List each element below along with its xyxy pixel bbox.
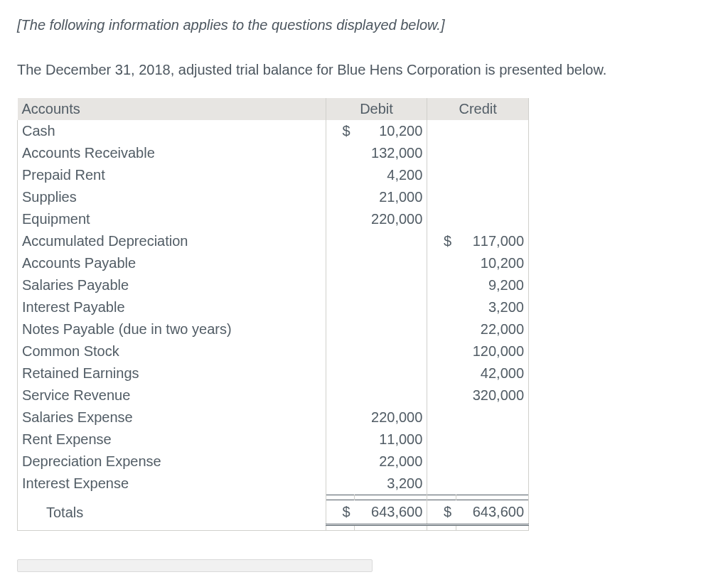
table-row: Cash $ 10,200 xyxy=(18,120,529,142)
account-name: Prepaid Rent xyxy=(18,164,326,186)
credit-value: 120,000 xyxy=(456,340,528,362)
table-row: Accounts Receivable 132,000 xyxy=(18,142,529,164)
table-row: Prepaid Rent 4,200 xyxy=(18,164,529,186)
col-credit: Credit xyxy=(427,98,529,120)
table-row: Notes Payable (due in two years) 22,000 xyxy=(18,318,529,340)
totals-row: Totals $ 643,600 $ 643,600 xyxy=(18,500,529,525)
table-row: Accumulated Depreciation $ 117,000 xyxy=(18,230,529,252)
intro-note: [The following information applies to th… xyxy=(17,17,711,33)
table-row: Salaries Payable 9,200 xyxy=(18,274,529,296)
table-row: Accounts Payable 10,200 xyxy=(18,252,529,274)
credit-value: 320,000 xyxy=(456,384,528,406)
debit-value xyxy=(355,318,427,340)
account-name: Common Stock xyxy=(18,340,326,362)
table-row: Interest Payable 3,200 xyxy=(18,296,529,318)
credit-value xyxy=(456,473,528,495)
debit-value: 220,000 xyxy=(355,406,427,429)
col-debit: Debit xyxy=(326,98,427,120)
debit-value: 3,200 xyxy=(355,473,427,495)
debit-value xyxy=(355,252,427,274)
debit-value: 4,200 xyxy=(355,164,427,186)
credit-value: 10,200 xyxy=(456,252,528,274)
credit-value: 42,000 xyxy=(456,362,528,384)
debit-symbol: $ xyxy=(326,120,354,142)
credit-symbol xyxy=(427,120,456,142)
trial-balance-table: Accounts Debit Credit Cash $ 10,200 Acco… xyxy=(17,98,529,531)
credit-value xyxy=(456,164,528,186)
account-name: Salaries Expense xyxy=(18,406,326,429)
table-row: Depreciation Expense 22,000 xyxy=(18,451,529,473)
table-row: Service Revenue 320,000 xyxy=(18,384,529,406)
account-name: Salaries Payable xyxy=(18,274,326,296)
debit-value: 21,000 xyxy=(355,186,427,208)
account-name: Supplies xyxy=(18,186,326,208)
account-name: Notes Payable (due in two years) xyxy=(18,318,326,340)
table-row: Common Stock 120,000 xyxy=(18,340,529,362)
table-row: Interest Expense 3,200 xyxy=(18,473,529,495)
account-name: Accounts Payable xyxy=(18,252,326,274)
table-bottom xyxy=(18,525,529,531)
table-row: Supplies 21,000 xyxy=(18,186,529,208)
totals-label: Totals xyxy=(18,500,326,525)
account-name: Rent Expense xyxy=(18,429,326,451)
table-row: Retained Earnings 42,000 xyxy=(18,362,529,384)
debit-value: 11,000 xyxy=(355,429,427,451)
horizontal-scrollbar[interactable] xyxy=(17,559,373,572)
debit-value: 10,200 xyxy=(355,120,427,142)
narrative-text: The December 31, 2018, adjusted trial ba… xyxy=(17,62,711,78)
account-name: Accounts Receivable xyxy=(18,142,326,164)
credit-value xyxy=(456,451,528,473)
account-name: Equipment xyxy=(18,208,326,230)
totals-credit-value: 643,600 xyxy=(456,500,528,525)
table-row: Rent Expense 11,000 xyxy=(18,429,529,451)
credit-value xyxy=(456,120,528,142)
account-name: Interest Payable xyxy=(18,296,326,318)
debit-value xyxy=(355,384,427,406)
table-row: Equipment 220,000 xyxy=(18,208,529,230)
account-name: Cash xyxy=(18,120,326,142)
account-name: Accumulated Depreciation xyxy=(18,230,326,252)
debit-value xyxy=(355,230,427,252)
credit-value: 3,200 xyxy=(456,296,528,318)
debit-value xyxy=(355,274,427,296)
table-row: Salaries Expense 220,000 xyxy=(18,406,529,429)
account-name: Retained Earnings xyxy=(18,362,326,384)
credit-value xyxy=(456,208,528,230)
credit-value: 9,200 xyxy=(456,274,528,296)
account-name: Service Revenue xyxy=(18,384,326,406)
table-rule xyxy=(18,495,529,500)
debit-value: 22,000 xyxy=(355,451,427,473)
credit-value xyxy=(456,186,528,208)
totals-debit-symbol: $ xyxy=(326,500,354,525)
totals-debit-value: 643,600 xyxy=(355,500,427,525)
debit-value xyxy=(355,340,427,362)
totals-credit-symbol: $ xyxy=(427,500,456,525)
debit-value xyxy=(355,296,427,318)
debit-value: 220,000 xyxy=(355,208,427,230)
credit-value: 22,000 xyxy=(456,318,528,340)
account-name: Depreciation Expense xyxy=(18,451,326,473)
account-name: Interest Expense xyxy=(18,473,326,495)
credit-value: 117,000 xyxy=(456,230,528,252)
credit-symbol: $ xyxy=(427,230,456,252)
debit-value: 132,000 xyxy=(355,142,427,164)
credit-value xyxy=(456,406,528,429)
table-header-row: Accounts Debit Credit xyxy=(18,98,529,120)
credit-value xyxy=(456,429,528,451)
col-accounts: Accounts xyxy=(18,98,326,120)
debit-value xyxy=(355,362,427,384)
credit-value xyxy=(456,142,528,164)
